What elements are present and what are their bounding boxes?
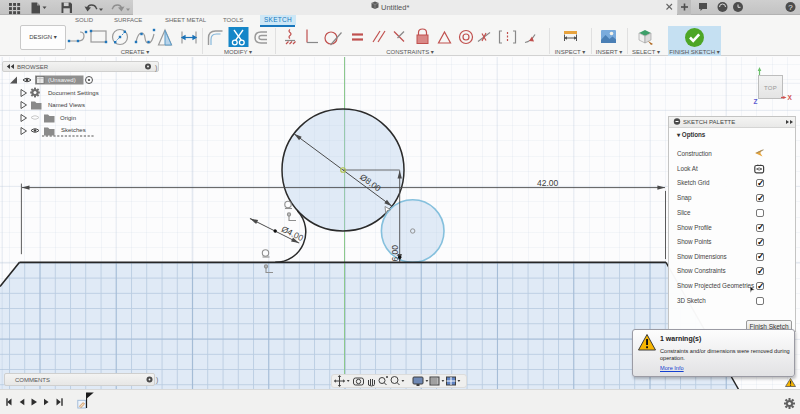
svg-text:Untitled*: Untitled*	[381, 3, 409, 12]
svg-text:42.00: 42.00	[537, 178, 559, 188]
svg-text:?: ?	[788, 3, 793, 12]
svg-text:): )	[156, 376, 158, 384]
svg-text:): )	[155, 64, 157, 72]
svg-text:X: X	[788, 94, 793, 101]
svg-text:6.00: 6.00	[390, 245, 400, 262]
svg-text:Z: Z	[754, 98, 758, 105]
